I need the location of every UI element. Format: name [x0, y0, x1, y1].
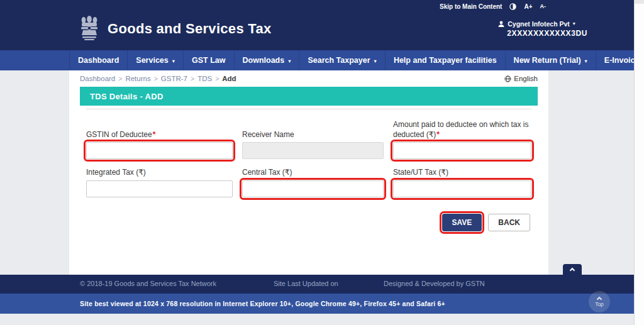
breadcrumb-separator: > — [215, 75, 219, 82]
main-area: Dashboard > Returns > GSTR-7 > TDS > Add… — [0, 70, 634, 275]
chevron-down-icon: ▾ — [374, 58, 377, 64]
field-integrated-tax: Integrated Tax (₹) — [86, 167, 233, 197]
tds-form-panel: GSTIN of Deductee* Receiver Name Amount … — [80, 106, 538, 231]
breadcrumb-current-add: Add — [222, 75, 236, 82]
page-background: Skip to Main Content A+ A- Goods and Ser… — [0, 0, 634, 325]
central-tax-input[interactable] — [242, 180, 384, 197]
breadcrumb-gstr7[interactable]: GSTR-7 — [161, 75, 187, 82]
back-button[interactable]: BACK — [488, 214, 530, 231]
receiver-name-input — [242, 142, 384, 159]
form-actions: SAVE BACK — [86, 214, 531, 231]
main-navigation: Dashboard Services▾ GST Law Downloads▾ S… — [0, 50, 634, 70]
chevron-up-icon — [570, 268, 575, 273]
user-gstin: 2XXXXXXXXXXX3DU — [507, 28, 587, 38]
user-name: Cygnet Infotech Pvt — [508, 19, 570, 28]
language-label: English — [514, 75, 538, 82]
content-column: Dashboard > Returns > GSTR-7 > TDS > Add… — [69, 70, 548, 275]
field-receiver-name: Receiver Name — [242, 119, 384, 159]
breadcrumb-separator: > — [191, 75, 194, 82]
gst-portal-page: Skip to Main Content A+ A- Goods and Ser… — [0, 0, 644, 325]
header-main: Goods and Services Tax Cygnet Infotech P… — [0, 11, 634, 47]
required-mark: * — [436, 130, 440, 139]
nav-item-services[interactable]: Services▾ — [127, 50, 183, 70]
footer-designed-by: Designed & Developed by GSTN — [384, 280, 485, 287]
field-central-tax: Central Tax (₹) — [242, 167, 384, 197]
gstin-of-deductee-input[interactable] — [86, 142, 233, 159]
save-button[interactable]: SAVE — [442, 214, 482, 231]
nav-item-search-taxpayer[interactable]: Search Taxpayer▾ — [299, 50, 384, 70]
font-increase-button[interactable]: A+ — [524, 3, 532, 10]
field-amount-paid: Amount paid to deductee on which tax is … — [393, 119, 531, 159]
nav-item-gst-law[interactable]: GST Law — [183, 50, 233, 70]
required-mark: * — [153, 130, 156, 139]
user-menu[interactable]: Cygnet Infotech Pvt ▾ 2XXXXXXXXXXX3DU — [498, 19, 587, 38]
skip-to-main-content-link[interactable]: Skip to Main Content — [440, 3, 502, 10]
scroll-to-top-label: Top — [595, 301, 604, 307]
nav-item-downloads[interactable]: Downloads▾ — [234, 50, 299, 70]
font-decrease-button[interactable]: A- — [540, 3, 547, 9]
chevron-down-icon: ▾ — [172, 58, 175, 64]
user-icon — [498, 21, 504, 27]
page-title: Goods and Services Tax — [108, 21, 272, 37]
scrollbar-cap — [635, 0, 644, 4]
footer-last-updated: Site Last Updated on — [274, 280, 338, 287]
chevron-down-icon: ▾ — [288, 58, 291, 64]
footer-best-viewed-text: Site best viewed at 1024 x 768 resolutio… — [80, 300, 445, 307]
field-state-ut-tax: State/UT Tax (₹) — [393, 167, 531, 197]
scroll-to-top-tab[interactable] — [563, 264, 582, 275]
footer: © 2018-19 Goods and Services Tax Network… — [0, 275, 634, 294]
scroll-to-top-button[interactable]: Top — [589, 291, 610, 312]
footer-best-viewed-bar: Site best viewed at 1024 x 768 resolutio… — [0, 294, 634, 314]
browser-scrollbar[interactable] — [634, 0, 644, 325]
field-gstin-of-deductee: GSTIN of Deductee* — [86, 119, 233, 159]
breadcrumb-separator: > — [154, 75, 158, 82]
breadcrumb-returns[interactable]: Returns — [125, 75, 150, 82]
chevron-down-icon: ▾ — [573, 21, 575, 28]
breadcrumb-separator: > — [118, 75, 122, 82]
accessibility-bar: Skip to Main Content A+ A- — [0, 0, 634, 11]
nav-item-new-return[interactable]: New Return (Trial)▾ — [505, 50, 596, 70]
breadcrumb-dashboard[interactable]: Dashboard — [80, 75, 115, 82]
integrated-tax-input[interactable] — [86, 180, 233, 197]
nav-item-help[interactable]: Help and Taxpayer facilities — [385, 50, 505, 70]
state-ut-tax-input[interactable] — [393, 180, 531, 197]
national-emblem-icon — [80, 15, 99, 43]
nav-item-dashboard[interactable]: Dashboard — [69, 50, 127, 70]
chevron-down-icon: ▾ — [585, 58, 587, 64]
tds-form: GSTIN of Deductee* Receiver Name Amount … — [86, 109, 531, 197]
amount-paid-input[interactable] — [393, 142, 531, 159]
breadcrumb-tds[interactable]: TDS — [197, 75, 212, 82]
language-selector[interactable]: English — [504, 75, 538, 82]
header: Skip to Main Content A+ A- Goods and Ser… — [0, 0, 634, 50]
globe-icon — [504, 75, 511, 82]
footer-copyright: © 2018-19 Goods and Services Tax Network — [80, 280, 216, 287]
breadcrumb: Dashboard > Returns > GSTR-7 > TDS > Add… — [80, 70, 538, 87]
panel-title: TDS Details - ADD — [80, 87, 538, 106]
contrast-toggle-icon[interactable] — [509, 3, 516, 10]
